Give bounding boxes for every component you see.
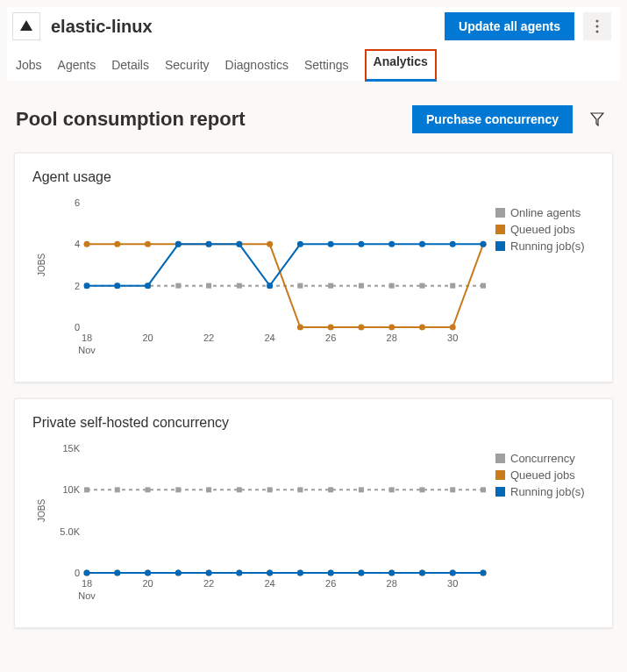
svg-text:15K: 15K [62,443,80,454]
svg-rect-83 [450,487,455,492]
swatch-gray [495,208,505,218]
svg-point-46 [145,282,151,289]
concurrency-title: Private self-hosted concurrency [32,415,603,431]
concurrency-card: Private self-hosted concurrency 05.0K10K… [14,398,613,628]
tab-settings[interactable]: Settings [304,53,349,81]
agent-usage-legend: Online agents Queued jobs Running job(s) [495,206,585,256]
svg-rect-19 [175,283,181,289]
svg-text:28: 28 [387,332,397,343]
svg-point-0 [596,20,599,23]
svg-text:22: 22 [203,332,214,343]
svg-rect-80 [359,487,364,492]
swatch-orange [495,225,505,234]
svg-point-103 [206,570,212,576]
svg-text:Nov: Nov [78,345,96,355]
svg-text:28: 28 [387,578,397,589]
agent-usage-chart: 0246JOBS18202224262830Nov [32,194,488,361]
tab-details[interactable]: Details [111,53,149,81]
tab-analytics[interactable]: Analytics [365,49,437,82]
update-all-agents-button[interactable]: Update all agents [445,12,574,40]
svg-point-52 [328,241,334,247]
svg-rect-29 [481,283,486,289]
report-title: Pool consumption report [16,108,412,131]
swatch-blue [495,241,505,251]
svg-rect-84 [481,487,486,492]
svg-point-41 [419,325,425,331]
svg-point-1 [596,25,599,28]
swatch-orange [495,470,505,480]
kebab-icon [595,19,599,33]
svg-rect-79 [328,487,333,492]
legend-label: Concurrency [510,452,575,465]
purchase-concurrency-button[interactable]: Purchase concurrency [412,105,573,133]
svg-point-54 [388,241,395,247]
svg-text:0: 0 [75,568,80,578]
svg-text:20: 20 [142,332,153,343]
svg-point-105 [267,570,273,576]
report-header: Pool consumption report Purchase concurr… [7,81,620,147]
tab-agents[interactable]: Agents [58,53,96,81]
svg-point-109 [388,570,395,576]
svg-point-55 [419,241,425,247]
svg-point-49 [236,241,242,247]
legend-item: Running job(s) [495,485,585,498]
svg-point-45 [114,282,120,289]
svg-point-57 [481,241,487,247]
svg-rect-81 [389,487,395,492]
agent-usage-title: Agent usage [32,169,603,185]
svg-point-36 [267,241,273,247]
svg-rect-24 [328,283,333,289]
pool-logo [12,12,40,40]
legend-item: Running job(s) [495,239,585,253]
svg-rect-77 [267,487,273,492]
svg-point-32 [145,241,151,247]
legend-label: Queued jobs [510,468,575,482]
svg-point-30 [84,241,90,247]
svg-text:4: 4 [75,239,80,249]
svg-rect-82 [419,487,424,492]
tab-security[interactable]: Security [165,53,210,81]
legend-label: Online agents [510,206,581,219]
svg-point-111 [450,570,456,576]
page-title: elastic-linux [51,17,445,37]
svg-point-99 [84,570,90,576]
legend-item: Concurrency [495,452,585,465]
svg-text:JOBS: JOBS [37,254,46,276]
svg-rect-23 [297,283,303,289]
svg-point-47 [175,241,182,247]
svg-point-101 [145,570,151,576]
svg-point-53 [358,241,364,247]
svg-text:2: 2 [75,281,80,291]
concurrency-legend: Concurrency Queued jobs Running job(s) [495,452,585,502]
legend-item: Queued jobs [495,468,585,482]
more-options-button[interactable] [583,12,611,40]
swatch-blue [495,487,505,497]
filter-button[interactable] [583,105,611,133]
header: elastic-linux Update all agents [7,7,620,46]
svg-text:20: 20 [142,578,153,589]
svg-point-37 [297,325,303,331]
tabs: Jobs Agents Details Security Diagnostics… [7,46,620,81]
tab-diagnostics[interactable]: Diagnostics [225,53,289,81]
svg-point-31 [114,241,120,247]
svg-rect-28 [450,283,455,289]
legend-label: Running job(s) [510,239,585,253]
svg-rect-27 [419,283,424,289]
agent-usage-card: Agent usage 0246JOBS18202224262830Nov On… [14,153,613,382]
svg-text:24: 24 [264,578,274,589]
svg-text:30: 30 [447,332,458,343]
svg-rect-21 [237,283,242,289]
svg-rect-72 [115,487,120,492]
svg-point-51 [297,241,303,247]
svg-rect-78 [297,487,303,492]
legend-label: Queued jobs [510,223,575,236]
svg-text:18: 18 [82,578,92,589]
svg-point-2 [596,31,599,33]
tab-jobs[interactable]: Jobs [16,53,42,81]
svg-rect-75 [206,487,211,492]
svg-point-50 [267,282,273,289]
svg-point-107 [328,570,334,576]
svg-point-100 [114,570,120,576]
svg-rect-71 [84,487,89,492]
svg-point-108 [358,570,364,576]
